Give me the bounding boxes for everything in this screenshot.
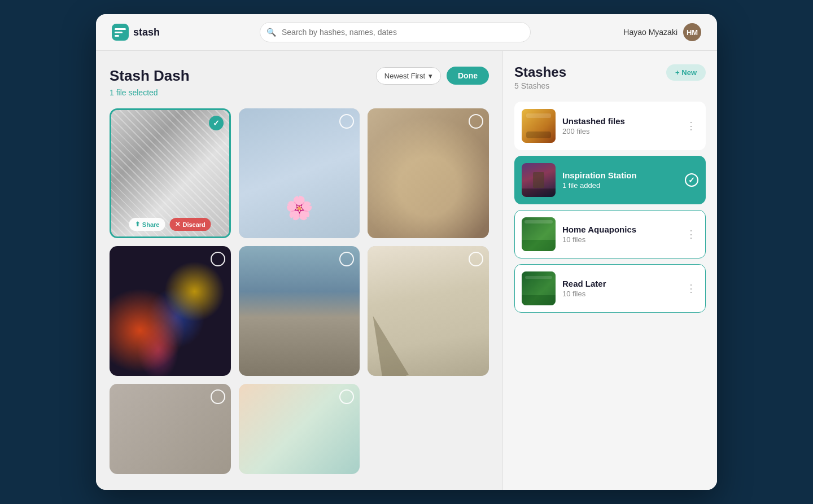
main-content: Stash Dash Newest First ▾ Done 1 file se… (96, 51, 717, 490)
search-input[interactable] (260, 22, 531, 42)
done-button[interactable]: Done (447, 67, 489, 85)
stash-meta: 10 files (562, 290, 677, 298)
sort-label: Newest First (384, 72, 425, 80)
stash-name: Unstashed files (562, 116, 677, 126)
more-options-icon[interactable]: ⋮ (684, 280, 698, 297)
stashes-title-area: Stashes 5 Stashes (514, 64, 566, 90)
card-actions: ⬆ Share ✕ Discard (129, 218, 211, 231)
file-selected-text: 1 file selected (110, 88, 489, 97)
stashes-header: Stashes 5 Stashes + New (514, 64, 706, 90)
stash-thumbnail (522, 109, 556, 143)
right-panel: Stashes 5 Stashes + New Unstashed files (502, 51, 717, 490)
user-name: Hayao Myazaki (623, 28, 678, 37)
image-card[interactable] (239, 384, 360, 474)
card-select-button[interactable] (469, 114, 483, 129)
image-grid: ⬆ Share ✕ Discard (110, 108, 489, 474)
chevron-down-icon: ▾ (429, 72, 432, 80)
stashes-title: Stashes (514, 64, 566, 80)
image-card[interactable] (110, 246, 231, 376)
header-controls: Newest First ▾ Done (376, 67, 489, 85)
discard-button[interactable]: ✕ Discard (169, 218, 211, 231)
stash-item-aquaponics[interactable]: Home Aquaponics 10 files ⋮ (514, 210, 706, 258)
card-select-button[interactable] (209, 116, 224, 130)
stash-name: Read Later (562, 279, 677, 288)
stash-info: Inspiration Station 1 file added (562, 170, 678, 190)
search-icon: 🔍 (266, 28, 276, 37)
svg-rect-2 (115, 32, 123, 33)
share-button[interactable]: ⬆ Share (129, 218, 165, 231)
stash-info: Read Later 10 files (562, 279, 677, 298)
stash-thumbnail (522, 217, 556, 251)
discard-icon: ✕ (175, 221, 180, 228)
image-card[interactable]: ⬆ Share ✕ Discard (110, 108, 231, 238)
stash-meta: 200 files (562, 127, 677, 135)
logo-text: stash (133, 27, 160, 38)
left-panel: Stash Dash Newest First ▾ Done 1 file se… (96, 51, 502, 490)
stash-check-icon (685, 173, 698, 187)
header: stash 🔍 Hayao Myazaki HM (96, 14, 717, 51)
card-select-button[interactable] (469, 252, 483, 266)
stash-meta: 10 files (562, 235, 677, 244)
stash-item-readlater[interactable]: Read Later 10 files ⋮ (514, 264, 706, 313)
more-options-icon[interactable]: ⋮ (684, 117, 698, 134)
stash-name: Home Aquaponics (562, 225, 677, 234)
stash-name: Inspiration Station (562, 170, 678, 180)
page-title: Stash Dash (110, 67, 190, 85)
image-card[interactable] (239, 246, 360, 376)
stash-meta: 1 file added (562, 181, 678, 190)
card-select-button[interactable] (211, 389, 225, 404)
panel-header: Stash Dash Newest First ▾ Done (110, 67, 489, 85)
sort-dropdown[interactable]: Newest First ▾ (376, 67, 441, 85)
logo-area: stash (112, 24, 180, 41)
user-area: Hayao Myazaki HM (611, 23, 701, 41)
new-stash-button[interactable]: + New (666, 64, 706, 81)
discard-label: Discard (182, 221, 205, 228)
stash-info: Home Aquaponics 10 files (562, 225, 677, 244)
stash-list: Unstashed files 200 files ⋮ Inspiratio (514, 102, 706, 313)
card-select-button[interactable] (211, 252, 225, 266)
svg-rect-1 (115, 28, 126, 30)
logo-icon (112, 24, 129, 41)
svg-rect-3 (115, 35, 119, 37)
stashes-count: 5 Stashes (514, 81, 566, 90)
share-label: Share (142, 221, 160, 228)
image-card[interactable] (239, 108, 360, 238)
stash-item-inspiration[interactable]: Inspiration Station 1 file added (514, 156, 706, 204)
stash-thumbnail (522, 163, 556, 197)
more-options-icon[interactable]: ⋮ (684, 226, 698, 243)
stash-item-unstashed[interactable]: Unstashed files 200 files ⋮ (514, 102, 706, 150)
image-card[interactable] (110, 384, 231, 474)
image-card[interactable] (368, 246, 489, 376)
share-icon: ⬆ (135, 221, 140, 228)
image-card[interactable] (368, 108, 489, 238)
stash-thumbnail (522, 271, 556, 305)
search-bar: 🔍 (260, 22, 531, 42)
app-window: stash 🔍 Hayao Myazaki HM Stash Dash Newe… (96, 14, 717, 490)
stash-info: Unstashed files 200 files (562, 116, 677, 135)
avatar[interactable]: HM (683, 23, 701, 41)
